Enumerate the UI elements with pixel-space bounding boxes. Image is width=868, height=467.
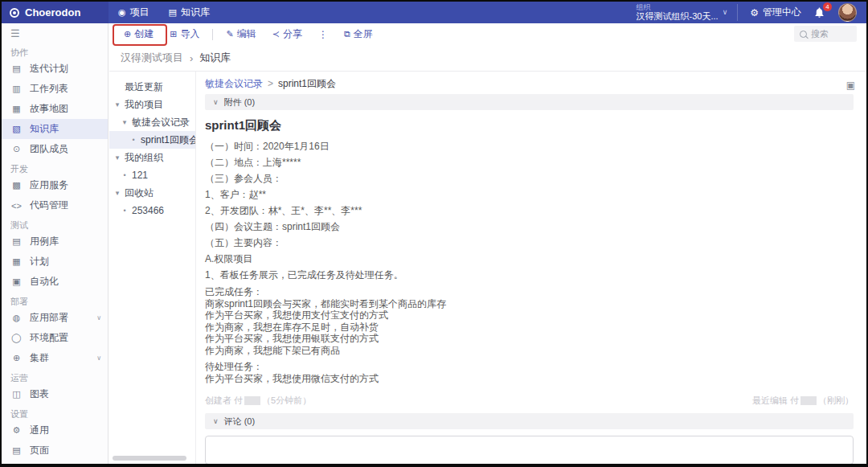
sidebar-item-app-service[interactable]: ▩ 应用服务 — [2, 175, 108, 195]
sidebar-item-general[interactable]: ⚙ 通用 — [2, 420, 108, 440]
sidebar-item-code-management[interactable]: <> 代码管理 — [2, 195, 108, 215]
sidebar-item-icon: ⚙ — [10, 425, 23, 436]
sidebar-row[interactable]: 部署 — [2, 295, 108, 308]
tree-node-label: 回收站 — [125, 186, 154, 200]
edit-label: 编辑 — [237, 27, 256, 41]
chevron-down-icon: ∨ — [723, 8, 728, 16]
sidebar-item-team-members[interactable]: ⊙ 团队成员 — [2, 139, 108, 159]
sidebar-item-app-deployment[interactable]: ◍ 应用部署 ∨ — [2, 308, 108, 328]
tree-node-121[interactable]: • 121 — [109, 166, 195, 184]
document-content: 敏捷会议记录 > sprint1回顾会 ▣ ∨ 附件 (0) sprint1回顾… — [196, 72, 866, 464]
sidebar-item-label: 页面 — [30, 444, 94, 457]
chevron-down-icon: ∨ — [213, 98, 219, 106]
sidebar-item-work-list[interactable]: ▥ 工作列表 — [2, 79, 108, 99]
notification-bell[interactable]: 4 — [813, 6, 826, 19]
sidebar-item-pages[interactable]: ▤ 页面 — [2, 440, 108, 461]
sidebar-item-label: 测试 — [10, 219, 94, 231]
more-actions-button[interactable]: ⋮ — [310, 29, 336, 40]
edit-button[interactable]: ✎ 编辑 — [218, 27, 264, 41]
sidebar-item-label: 工作列表 — [30, 82, 94, 96]
creator-info: 创建者 付（5分钟前） — [205, 395, 311, 407]
sidebar-menu: 协作 ▤ 迭代计划 ▥ 工作列表 ▦ 故事地图 — [2, 46, 108, 461]
search-input[interactable]: 搜索 — [794, 26, 857, 42]
sidebar-row[interactable]: 运营 — [2, 371, 108, 384]
fullscreen-icon: ⧉ — [344, 29, 350, 39]
attachments-label: 附件 (0) — [224, 96, 256, 109]
nav-item-project[interactable]: ◉ 项目 — [118, 6, 149, 19]
sidebar-item-icon: ▤ — [10, 445, 23, 456]
org-value: 汉得测试组织-30天... — [637, 11, 719, 21]
tree-node-my-project[interactable]: ▾ 我的项目 — [109, 96, 195, 113]
sidebar-item-icon: ◯ — [10, 333, 23, 343]
sidebar-item-label: 部署 — [10, 296, 94, 308]
search-placeholder: 搜索 — [811, 28, 829, 40]
import-button[interactable]: ⊞ 导入 — [162, 27, 207, 41]
sidebar-item-label: 运营 — [10, 372, 94, 384]
import-icon: ⊞ — [170, 29, 177, 39]
sidebar-item-charts[interactable]: ◫ 图表 — [2, 384, 108, 404]
comment-textarea[interactable] — [205, 436, 854, 464]
doc-paragraph: （二）地点：上海***** — [205, 157, 854, 169]
sidebar-item-iteration-plan[interactable]: ▤ 迭代计划 — [2, 59, 108, 79]
catalog-toggle-icon[interactable]: ▣ — [846, 80, 855, 91]
attachments-toggle[interactable]: ∨ 附件 (0) — [205, 94, 854, 110]
fullscreen-label: 全屏 — [354, 27, 373, 41]
sidebar-item-test-cases[interactable]: ▤ 用例库 — [2, 231, 108, 252]
hamburger-icon: ☰ — [10, 27, 20, 39]
chevron-down-icon: ∨ — [213, 417, 219, 425]
doc-paragraph: （五）主要内容： — [205, 237, 854, 249]
sidebar-item-story-map[interactable]: ▦ 故事地图 — [2, 99, 108, 119]
creator-label: 创建者 — [205, 395, 231, 405]
breadcrumb: 汉得测试项目 › 知识库 — [109, 45, 866, 72]
tree-node-253466[interactable]: • 253466 — [109, 202, 195, 219]
sidebar-item-label: 自动化 — [30, 275, 94, 289]
tree-marker-icon: ▾ — [114, 100, 121, 109]
sidebar-item-label: 故事地图 — [30, 102, 94, 116]
tree-node-recent-updates[interactable]: 最近更新 — [109, 78, 195, 96]
share-button[interactable]: ≺ 分享 — [264, 27, 310, 41]
nav-item-knowledge-base[interactable]: ▤ 知识库 — [169, 6, 210, 19]
sidebar-item-label: 集群 — [30, 351, 89, 365]
sidebar-item-env-config[interactable]: ◯ 环境配置 — [2, 328, 108, 348]
choerodon-logo[interactable]: Choerodon — [2, 2, 108, 23]
org-selector[interactable]: 组织 汉得测试组织-30天... ∨ — [637, 4, 739, 22]
tree-node-recycle-bin[interactable]: ▾ 回收站 — [109, 184, 195, 202]
doc-paragraph: 作为平台买家，我想使用微信支付的方式 — [205, 373, 854, 385]
topbar-right: 组织 汉得测试组织-30天... ∨ ⚙ 管理中心 4 — [637, 3, 866, 22]
fullscreen-button[interactable]: ⧉ 全屏 — [336, 27, 381, 41]
sidebar-item-automation[interactable]: ▣ 自动化 — [2, 272, 108, 292]
edited-name: 付 — [790, 395, 799, 405]
create-button[interactable]: ⊕ 创建 — [116, 27, 162, 41]
user-avatar[interactable] — [838, 3, 857, 22]
sidebar-item-label: 团队成员 — [30, 142, 94, 156]
tree-horizontal-scrollbar[interactable] — [113, 456, 186, 461]
tree-node-sprint1-review[interactable]: • sprint1回顾会 — [109, 131, 195, 149]
doc-paragraph: 作为商家，我想能下架已有商品 — [205, 345, 854, 357]
doc-paragraph: 2、开发团队：林*、王*、李**、李*** — [205, 205, 854, 217]
sidebar-item-cluster[interactable]: ⊕ 集群 ∨ — [2, 348, 108, 368]
doc-breadcrumb-parent[interactable]: 敏捷会议记录 — [205, 77, 263, 91]
creator-name: 付 — [234, 395, 243, 405]
tree-node-my-org[interactable]: ▾ 我的组织 — [109, 149, 195, 166]
admin-center-button[interactable]: ⚙ 管理中心 — [750, 6, 801, 19]
tree-node-meeting-notes[interactable]: ▾ 敏捷会议记录 — [109, 113, 195, 131]
workspace: ⊕ 创建 ⊞ 导入 ✎ 编辑 ≺ 分享 ⋮ ⧉ 全屏 — [109, 23, 866, 464]
sidebar-item-knowledge-base[interactable]: ▧ 知识库 — [2, 119, 108, 139]
comments-toggle[interactable]: ∨ 评论 (0) — [205, 413, 854, 429]
document-title: sprint1回顾会 — [205, 118, 854, 133]
search-icon — [800, 31, 807, 38]
sidebar-collapse-button[interactable]: ☰ — [2, 23, 108, 43]
create-label: 创建 — [134, 27, 154, 41]
sidebar-row[interactable]: 协作 — [2, 46, 108, 59]
creator-time: （5分钟前） — [262, 395, 311, 405]
tree-marker-icon: • — [121, 207, 128, 215]
sidebar-row[interactable]: 设置 — [2, 408, 108, 420]
breadcrumb-project[interactable]: 汉得测试项目 — [121, 51, 183, 65]
sidebar-item-label: 应用服务 — [30, 178, 94, 192]
sidebar-item-icon: ▧ — [10, 124, 23, 134]
doc-paragraph: 作为商家，我想在库存不足时，自动补货 — [205, 322, 854, 334]
sidebar-row[interactable]: 开发 — [2, 162, 108, 175]
sidebar-row[interactable]: 测试 — [2, 219, 108, 231]
sidebar-item-icon: <> — [10, 201, 23, 211]
sidebar-item-test-plan[interactable]: ▦ 计划 — [2, 252, 108, 272]
